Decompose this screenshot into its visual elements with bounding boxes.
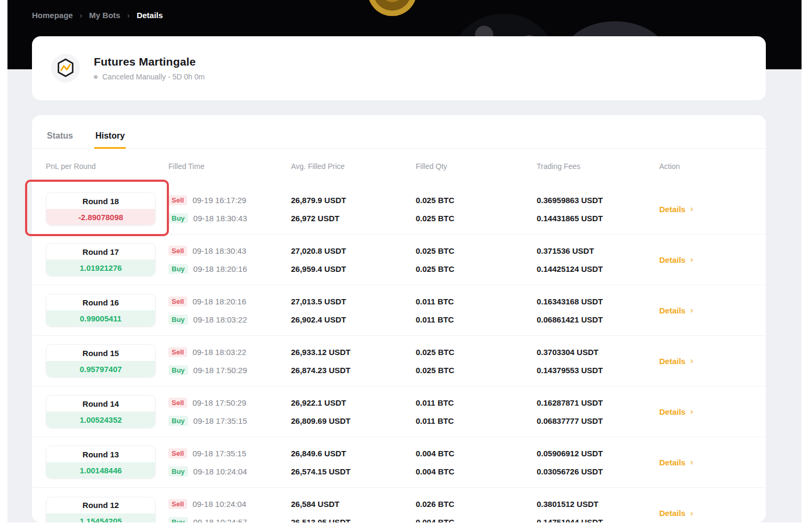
details-label: Details: [659, 306, 685, 315]
pnl-per-round-card: Round 17 1.01921276: [46, 243, 156, 276]
table-header-row: PnL per Round Filled Time Avg. Filled Pr…: [32, 149, 766, 184]
avg-filled-price-cell: 27,020.8 USDT 26,959.4 USDT: [291, 235, 416, 285]
sell-qty: 0.004 BTC: [416, 449, 455, 458]
sell-fee: 0.36959863 USDT: [537, 196, 603, 205]
tab-history[interactable]: History: [94, 131, 126, 149]
sell-qty: 0.025 BTC: [416, 348, 455, 357]
buy-badge: Buy: [168, 213, 188, 223]
buy-qty: 0.025 BTC: [416, 366, 455, 375]
trading-fees-cell: 0.16287871 USDT 0.06837777 USDT: [537, 386, 659, 437]
round-label: Round 18: [46, 193, 155, 209]
buy-price: 26,874.23 USDT: [291, 366, 351, 375]
buy-badge: Buy: [168, 416, 188, 426]
buy-price: 26,972 USDT: [291, 214, 339, 223]
round-label: Round 15: [46, 345, 155, 361]
details-label: Details: [659, 458, 685, 467]
details-button[interactable]: Details ›: [659, 356, 693, 366]
status-dot-icon: [94, 75, 98, 79]
avg-filled-price-cell: 27,013.5 USDT 26,902.4 USDT: [291, 285, 416, 335]
buy-fee: 0.06837777 USDT: [537, 416, 603, 425]
buy-qty: 0.004 BTC: [416, 467, 455, 476]
sell-qty: 0.026 BTC: [416, 499, 455, 509]
details-label: Details: [659, 407, 685, 416]
filled-time-cell: Sell 09-18 18:30:43 Buy 09-18 18:20:16: [168, 235, 291, 285]
page-title: Futures Martingale: [94, 55, 205, 68]
table-row: Round 14 1.00524352 Sell 09-18 17:50:29 …: [32, 386, 766, 437]
pnl-per-round-card: Round 12 1.15454205: [46, 497, 156, 523]
breadcrumb-homepage[interactable]: Homepage: [32, 11, 73, 20]
column-header-avg-filled-price: Avg. Filled Price: [291, 162, 416, 171]
bot-header-card: Futures Martingale Canceled Manually - 5…: [32, 36, 766, 100]
filled-qty-cell: 0.025 BTC 0.025 BTC: [416, 235, 537, 285]
buy-badge: Buy: [168, 365, 188, 375]
sell-price: 26,933.12 USDT: [291, 348, 351, 357]
sell-badge: Sell: [168, 398, 187, 408]
details-label: Details: [659, 205, 685, 214]
pnl-value: 0.99005411: [46, 310, 155, 326]
sell-time: 09-18 17:35:15: [192, 449, 246, 458]
filled-qty-cell: 0.025 BTC 0.025 BTC: [416, 184, 537, 234]
filled-time-cell: Sell 09-18 17:50:29 Buy 09-18 17:35:15: [168, 386, 291, 437]
buy-time: 09-18 17:35:15: [193, 416, 247, 425]
sell-qty: 0.011 BTC: [416, 398, 454, 407]
buy-time: 09-18 10:24:04: [193, 467, 247, 476]
round-label: Round 17: [46, 244, 155, 260]
pnl-per-round-card: Round 16 0.99005411: [46, 294, 156, 327]
chevron-right-icon: ›: [127, 11, 130, 20]
avg-filled-price-cell: 26,849.6 USDT 26,574.15 USDT: [291, 437, 416, 487]
details-button[interactable]: Details ›: [659, 255, 693, 264]
details-button[interactable]: Details ›: [659, 457, 693, 467]
sell-fee: 0.3801512 USDT: [537, 499, 598, 509]
table-row: Round 18 -2.89078098 Sell 09-19 16:17:29…: [32, 184, 766, 235]
buy-qty: 0.004 BTC: [416, 518, 455, 522]
buy-time: 09-18 10:24:57: [193, 518, 247, 522]
sell-price: 27,013.5 USDT: [291, 297, 346, 306]
buy-price: 26,513.05 USDT: [291, 518, 351, 522]
table-row: Round 13 1.00148446 Sell 09-18 17:35:15 …: [32, 437, 766, 488]
sell-time: 09-18 18:20:16: [192, 297, 246, 306]
trading-fees-cell: 0.16343168 USDT 0.06861421 USDT: [537, 285, 659, 335]
table-body: Round 18 -2.89078098 Sell 09-19 16:17:29…: [32, 184, 766, 522]
pnl-per-round-card: Round 18 -2.89078098: [46, 192, 156, 225]
column-header-trading-fees: Trading Fees: [537, 162, 659, 171]
tab-status[interactable]: Status: [46, 131, 74, 148]
avg-filled-price-cell: 26,879.9 USDT 26,972 USDT: [291, 184, 416, 234]
chevron-right-icon: ›: [690, 457, 693, 467]
pnl-per-round-card: Round 14 1.00524352: [46, 395, 156, 428]
trading-fees-cell: 0.36959863 USDT 0.14431865 USDT: [537, 184, 659, 234]
chevron-right-icon: ›: [690, 255, 693, 264]
details-button[interactable]: Details ›: [659, 509, 693, 518]
buy-badge: Buy: [168, 517, 188, 522]
pnl-per-round-card: Round 13 1.00148446: [46, 446, 156, 479]
buy-badge: Buy: [168, 466, 188, 477]
details-button[interactable]: Details ›: [659, 305, 693, 315]
buy-price: 26,574.15 USDT: [291, 467, 351, 476]
pnl-per-round-card: Round 15 0.95797407: [46, 344, 156, 377]
table-row: Round 12 1.15454205 Sell 09-18 10:24:04 …: [32, 488, 766, 522]
bot-status: Canceled Manually - 5D 0h 0m: [94, 72, 205, 81]
trading-fees-cell: 0.3801512 USDT 0.14751044 USDT: [537, 488, 659, 522]
round-label: Round 16: [46, 294, 155, 310]
sell-badge: Sell: [168, 195, 187, 205]
sell-badge: Sell: [168, 448, 187, 458]
filled-time-cell: Sell 09-18 18:20:16 Buy 09-18 18:03:22: [168, 285, 291, 335]
buy-price: 26,902.4 USDT: [291, 315, 346, 324]
buy-fee: 0.03056726 USDT: [537, 467, 603, 476]
filled-qty-cell: 0.011 BTC 0.011 BTC: [416, 285, 537, 335]
round-label: Round 14: [46, 396, 155, 412]
avg-filled-price-cell: 26,933.12 USDT 26,874.23 USDT: [291, 336, 416, 386]
history-card: Status History PnL per Round Filled Time…: [32, 115, 766, 522]
breadcrumb-my-bots[interactable]: My Bots: [89, 11, 120, 20]
column-header-filled-time: Filled Time: [168, 162, 291, 171]
details-button[interactable]: Details ›: [659, 204, 693, 214]
buy-badge: Buy: [168, 315, 188, 325]
filled-qty-cell: 0.026 BTC 0.004 BTC: [416, 488, 537, 522]
details-button[interactable]: Details ›: [659, 407, 693, 416]
pnl-value: 1.00524352: [46, 412, 155, 428]
sell-fee: 0.16343168 USDT: [537, 297, 603, 306]
details-label: Details: [659, 357, 685, 366]
sell-badge: Sell: [168, 296, 187, 307]
trading-fees-cell: 0.05906912 USDT 0.03056726 USDT: [537, 437, 659, 487]
buy-qty: 0.011 BTC: [416, 416, 454, 425]
chevron-right-icon: ›: [80, 11, 83, 20]
